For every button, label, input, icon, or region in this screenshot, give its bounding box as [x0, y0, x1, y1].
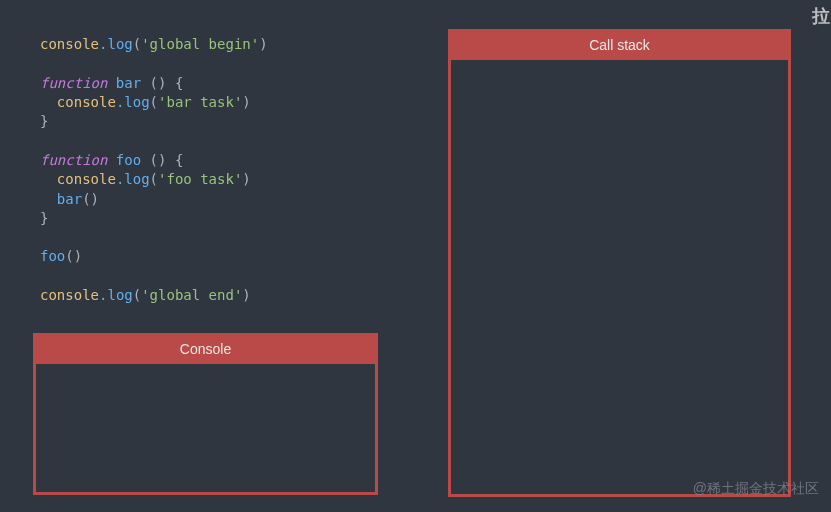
code-token: foo: [107, 152, 149, 168]
code-token: (): [82, 191, 99, 207]
code-token: console: [40, 287, 99, 303]
code-token: (: [150, 94, 158, 110]
code-token: 'bar task': [158, 94, 242, 110]
code-token: bar: [57, 191, 82, 207]
code-token: bar: [107, 75, 149, 91]
console-panel: Console: [33, 333, 378, 495]
code-block: console.log('global begin') function bar…: [40, 35, 268, 305]
code-token: foo: [40, 248, 65, 264]
code-token: ): [242, 94, 250, 110]
code-token: log: [124, 171, 149, 187]
code-token: [40, 94, 57, 110]
code-token: ): [259, 36, 267, 52]
code-token: (): [65, 248, 82, 264]
code-token: }: [40, 210, 48, 226]
code-token: }: [40, 113, 48, 129]
callstack-panel-header: Call stack: [451, 32, 788, 60]
code-token: log: [107, 36, 132, 52]
code-token: (: [150, 171, 158, 187]
code-token: function: [40, 152, 107, 168]
watermark-top: 拉: [812, 4, 831, 28]
code-token: (: [133, 36, 141, 52]
code-token: 'global begin': [141, 36, 259, 52]
console-panel-header: Console: [36, 336, 375, 364]
code-token: log: [124, 94, 149, 110]
code-token: function: [40, 75, 107, 91]
code-token: console: [57, 171, 116, 187]
code-token: log: [107, 287, 132, 303]
code-token: console: [40, 36, 99, 52]
code-token: ): [242, 287, 250, 303]
code-token: 'global end': [141, 287, 242, 303]
code-token: () {: [150, 75, 184, 91]
code-token: () {: [150, 152, 184, 168]
callstack-panel: Call stack: [448, 29, 791, 497]
console-panel-body: [36, 364, 375, 494]
callstack-panel-body: [451, 60, 788, 496]
code-token: (: [133, 287, 141, 303]
code-token: 'foo task': [158, 171, 242, 187]
code-token: ): [242, 171, 250, 187]
watermark-bottom: @稀土掘金技术社区: [693, 480, 819, 498]
code-token: [40, 191, 57, 207]
code-token: [40, 171, 57, 187]
code-token: console: [57, 94, 116, 110]
